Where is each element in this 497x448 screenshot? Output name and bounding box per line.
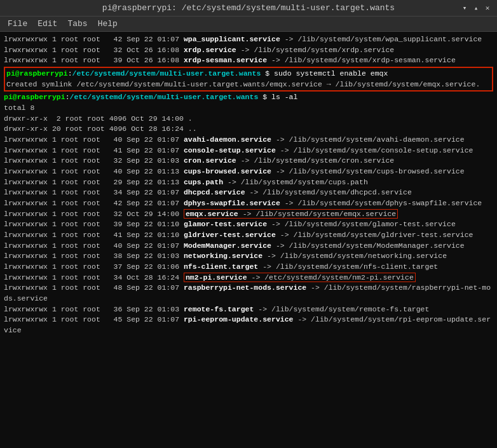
terminal-line: lrwxrwxrwx 1 root root 42 Sep 22 01:07 d…	[4, 198, 493, 209]
terminal-line: lrwxrwxrwx 1 root root 41 Sep 22 01:10 g…	[4, 230, 493, 241]
terminal-line-emqx: lrwxrwxrwx 1 root root 32 Oct 29 14:00 e…	[4, 209, 493, 220]
close-button[interactable]: ✕	[483, 4, 492, 13]
window-title: pi@raspberrypi: /etc/systemd/system/mult…	[37, 3, 460, 13]
menu-bar: File Edit Tabs Help	[0, 17, 497, 32]
terminal-line: lrwxrwxrwx 1 root root 39 Oct 26 16:08 x…	[4, 55, 493, 66]
terminal-line-nm2pi: lrwxrwxrwx 1 root root 34 Oct 28 16:24 n…	[4, 273, 493, 283]
terminal-line: drwxr-xr-x 2 root root 4096 Oct 29 14:00…	[4, 114, 493, 125]
terminal-line: lrwxrwxrwx 1 root root 36 Sep 22 01:03 r…	[4, 304, 493, 315]
terminal-line: total 8	[4, 103, 493, 114]
terminal-prompt: pi@raspberrypi:/etc/systemd/system/multi…	[6, 69, 491, 79]
terminal-line: lrwxrwxrwx 1 root root 40 Sep 22 01:07 M…	[4, 241, 493, 252]
menu-tabs[interactable]: Tabs	[62, 18, 92, 30]
terminal-line: lrwxrwxrwx 1 root root 41 Sep 22 01:07 c…	[4, 146, 493, 156]
terminal-output: Created symlink /etc/systemd/system/mult…	[6, 79, 491, 90]
terminal-line: lrwxrwxrwx 1 root root 32 Oct 26 16:08 x…	[4, 45, 493, 56]
terminal-line: lrwxrwxrwx 1 root root 34 Sep 22 01:07 d…	[4, 187, 493, 198]
menu-help[interactable]: Help	[93, 18, 123, 30]
terminal-line: lrwxrwxrwx 1 root root 40 Sep 22 01:07 a…	[4, 135, 493, 146]
terminal-prompt-2: pi@raspberrypi:/etc/systemd/system/multi…	[4, 92, 493, 103]
terminal-line: lrwxrwxrwx 1 root root 45 Sep 22 01:07 r…	[4, 315, 493, 336]
minimize-button[interactable]: ▾	[460, 4, 469, 13]
terminal-window: pi@raspberrypi: /etc/systemd/system/mult…	[0, 0, 497, 448]
menu-file[interactable]: File	[3, 18, 32, 30]
terminal-line: lrwxrwxrwx 1 root root 37 Sep 22 01:06 n…	[4, 262, 493, 273]
title-bar: pi@raspberrypi: /etc/systemd/system/mult…	[0, 0, 497, 17]
window-controls: ▾ ▴ ✕	[460, 4, 492, 13]
terminal-line: lrwxrwxrwx 1 root root 40 Sep 22 01:13 c…	[4, 166, 493, 177]
terminal-line: drwxr-xr-x 20 root root 4096 Oct 28 16:2…	[4, 124, 493, 135]
terminal-line: lrwxrwxrwx 1 root root 29 Sep 22 01:13 c…	[4, 177, 493, 188]
terminal-line: lrwxrwxrwx 1 root root 42 Sep 22 01:07 w…	[4, 34, 493, 45]
terminal-line: lrwxrwxrwx 1 root root 48 Sep 22 01:07 r…	[4, 283, 493, 304]
menu-edit[interactable]: Edit	[32, 18, 62, 30]
terminal-line: lrwxrwxrwx 1 root root 32 Sep 22 01:03 c…	[4, 156, 493, 166]
terminal-line: lrwxrwxrwx 1 root root 39 Sep 22 01:10 g…	[4, 219, 493, 230]
terminal-line: lrwxrwxrwx 1 root root 38 Sep 22 01:03 n…	[4, 251, 493, 262]
terminal-body[interactable]: lrwxrwxrwx 1 root root 42 Sep 22 01:07 w…	[0, 32, 497, 448]
maximize-button[interactable]: ▴	[472, 4, 480, 13]
highlight-block-1: pi@raspberrypi:/etc/systemd/system/multi…	[4, 67, 493, 92]
